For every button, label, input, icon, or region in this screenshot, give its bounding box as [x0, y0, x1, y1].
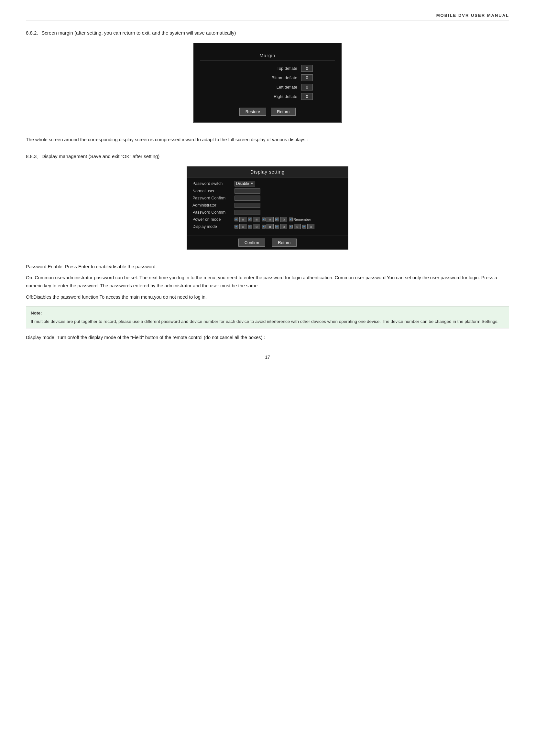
- password-switch-select[interactable]: Disable ▼: [235, 181, 255, 186]
- section-882: 8.8.2、Screen margin (after setting, you …: [26, 30, 509, 144]
- checkbox-display-5[interactable]: ✔ ⊡: [289, 224, 301, 229]
- chk-power-4: ✔: [275, 218, 279, 221]
- mode-icon-power-2: ⊟: [253, 217, 260, 222]
- label-password-confirm-2: Password Confirm: [192, 210, 235, 215]
- header-title: MOBILE DVR USER MANUAL: [436, 13, 509, 18]
- chk-display-1: ✔: [235, 225, 239, 229]
- administrator-input[interactable]: [235, 202, 260, 208]
- label-display-mode: Display mode: [192, 224, 235, 229]
- margin-label-bottom: Bittom deflate: [222, 75, 301, 80]
- body-text-display-mode: Display mode: Turn on/off the display mo…: [26, 334, 509, 342]
- label-password-confirm-1: Password Confirm: [192, 196, 235, 201]
- margin-buttons: Restore Return: [239, 108, 296, 116]
- note-text: If multiple devices are put together to …: [31, 318, 504, 325]
- chk-power-3: ✔: [262, 218, 266, 221]
- checkbox-power-3[interactable]: ✔ ⊞: [262, 217, 274, 222]
- display-panel-footer: Confirm Return: [187, 236, 348, 249]
- display-panel-container: Display setting Password switch Disable …: [26, 166, 509, 256]
- chk-display-6: ✔: [302, 225, 306, 229]
- checkbox-power-4[interactable]: ✔ ⊡: [275, 217, 288, 222]
- margin-row-right: Right deflate 0: [222, 93, 313, 100]
- label-administrator: Administrator: [192, 203, 235, 207]
- note-title: Note:: [31, 310, 504, 317]
- margin-panel-title: Margin: [200, 53, 335, 61]
- page-number: 17: [26, 355, 509, 360]
- chk-power-2: ✔: [248, 218, 252, 221]
- chk-display-5: ✔: [289, 225, 293, 229]
- margin-row-top: Top deflate 0: [222, 65, 313, 72]
- checkbox-display-1[interactable]: ✔ ⊞: [235, 224, 247, 229]
- margin-label-left: Left deflate: [222, 85, 301, 90]
- margin-panel-container: Margin Top deflate 0 Bittom deflate 0 Le…: [26, 43, 509, 129]
- checkbox-power-2[interactable]: ✔ ⊟: [248, 217, 260, 222]
- return-button-883[interactable]: Return: [272, 238, 296, 247]
- section-882-title: 8.8.2、Screen margin (after setting, you …: [26, 30, 509, 36]
- margin-panel: Margin Top deflate 0 Bittom deflate 0 Le…: [193, 43, 342, 123]
- label-normal-user: Normal user: [192, 189, 235, 193]
- password-confirm-1-input[interactable]: [235, 196, 260, 201]
- display-row-password-switch: Password switch Disable ▼: [192, 181, 343, 186]
- margin-row-bottom: Bittom deflate 0: [222, 74, 313, 81]
- display-row-administrator: Administrator: [192, 202, 343, 208]
- display-panel: Display setting Password switch Disable …: [187, 166, 348, 250]
- chk-display-3: ✔: [262, 225, 266, 229]
- display-row-power-on-mode: Power on mode ✔ ⊞ ✔ ⊟ ✔ ⊞: [192, 217, 343, 222]
- password-confirm-2-input[interactable]: [235, 210, 260, 215]
- body-text-883c: Off:Disables the password function.To ac…: [26, 293, 509, 301]
- display-row-normal-user: Normal user: [192, 188, 343, 194]
- label-password-switch: Password switch: [192, 181, 235, 186]
- return-button-882[interactable]: Return: [271, 108, 296, 116]
- mode-icon-display-5: ⊡: [294, 224, 301, 229]
- display-panel-header: Display setting: [187, 167, 348, 177]
- section-883-title: 8.8.3、Display management (Save and exit …: [26, 153, 509, 160]
- checkbox-power-remember[interactable]: ✔ Remember: [289, 218, 311, 221]
- mode-icon-display-6: ⊞: [307, 224, 314, 229]
- section-883: 8.8.3、Display management (Save and exit …: [26, 153, 509, 301]
- margin-label-top: Top deflate: [222, 66, 301, 71]
- page-header: MOBILE DVR USER MANUAL: [26, 13, 509, 20]
- margin-value-top: 0: [301, 65, 313, 72]
- mode-icon-display-1: ⊞: [239, 224, 246, 229]
- checkbox-display-6[interactable]: ✔ ⊞: [302, 224, 315, 229]
- chk-display-2: ✔: [248, 225, 252, 229]
- body-text-883b: On: Common user/administrator password c…: [26, 274, 509, 290]
- normal-user-input[interactable]: [235, 188, 260, 194]
- margin-row-left: Left deflate 0: [222, 84, 313, 91]
- mode-icon-power-4: ⊡: [280, 217, 287, 222]
- checkbox-power-1[interactable]: ✔ ⊞: [235, 217, 247, 222]
- label-remember: Remember: [294, 218, 311, 221]
- label-power-on-mode: Power on mode: [192, 217, 235, 222]
- margin-value-right: 0: [301, 93, 313, 100]
- margin-value-bottom: 0: [301, 74, 313, 81]
- body-text-883a: Password Enable: Press Enter to enable/d…: [26, 263, 509, 271]
- note-box: Note: If multiple devices are put togeth…: [26, 306, 509, 328]
- chk-power-1: ✔: [235, 218, 239, 221]
- mode-icon-power-3: ⊞: [267, 217, 274, 222]
- display-panel-body: Password switch Disable ▼ Normal user Pa…: [187, 177, 348, 236]
- chk-power-remember: ✔: [289, 218, 293, 221]
- display-row-password-confirm-1: Password Confirm: [192, 196, 343, 201]
- restore-button[interactable]: Restore: [239, 108, 267, 116]
- dropdown-arrow-icon: ▼: [250, 182, 254, 185]
- display-row-password-confirm-2: Password Confirm: [192, 210, 343, 215]
- display-row-display-mode: Display mode ✔ ⊞ ✔ ⊟ ✔ ▦: [192, 224, 343, 229]
- mode-icon-display-3: ▦: [267, 224, 274, 229]
- chk-display-4: ✔: [275, 225, 279, 229]
- mode-icon-power-1: ⊞: [239, 217, 246, 222]
- margin-label-right: Right deflate: [222, 94, 301, 99]
- margin-value-left: 0: [301, 84, 313, 91]
- mode-icon-display-2: ⊟: [253, 224, 260, 229]
- checkbox-display-3[interactable]: ✔ ▦: [262, 224, 274, 229]
- display-mode-value: ✔ ⊞ ✔ ⊟ ✔ ▦ ✔ ⊞: [235, 224, 315, 229]
- power-on-mode-value: ✔ ⊞ ✔ ⊟ ✔ ⊞ ✔ ⊡: [235, 217, 311, 222]
- checkbox-display-2[interactable]: ✔ ⊟: [248, 224, 260, 229]
- confirm-button[interactable]: Confirm: [239, 238, 266, 247]
- checkbox-display-4[interactable]: ✔ ⊞: [275, 224, 288, 229]
- margin-panel-inner: Margin Top deflate 0 Bittom deflate 0 Le…: [200, 53, 335, 116]
- password-switch-value: Disable: [236, 181, 249, 186]
- body-text-882: The whole screen around the correspondin…: [26, 136, 509, 144]
- mode-icon-display-4: ⊞: [280, 224, 287, 229]
